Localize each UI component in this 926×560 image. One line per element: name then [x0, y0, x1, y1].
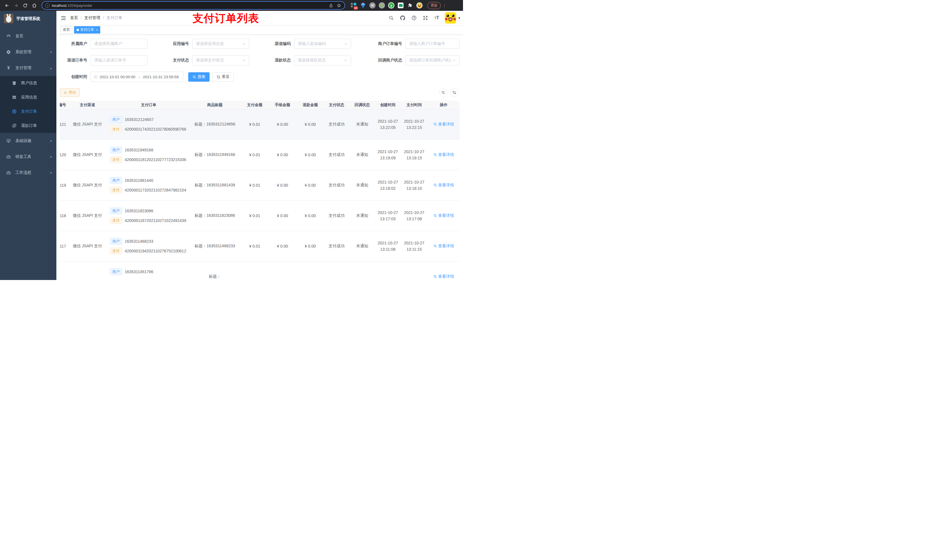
- pay-amount: ¥ 0.01: [241, 213, 268, 218]
- extension-tabs-icon[interactable]: 10: [350, 2, 357, 9]
- create-time: [375, 273, 401, 280]
- view-detail-link[interactable]: 查看详情: [433, 213, 454, 218]
- tab-home[interactable]: 首页: [61, 26, 72, 33]
- app-no-label: 应用编号: [162, 41, 192, 46]
- sidebar-item-app-info[interactable]: 应用信息: [0, 90, 56, 104]
- refund-amount: ¥ 0.00: [297, 244, 324, 248]
- site-info-icon[interactable]: i: [45, 3, 50, 8]
- view-detail-link[interactable]: 查看详情: [433, 152, 454, 157]
- chevron-down-icon: ▾: [50, 50, 52, 54]
- channel-order-no-input[interactable]: 请输入渠道订单号: [91, 55, 147, 65]
- create-time-range-picker[interactable]: 2021-10-01 00:00:00 - 2021-10-31 23:59:5…: [91, 72, 183, 82]
- order-id: 120: [60, 152, 66, 157]
- app-no-select[interactable]: 请选择应用信息: [192, 39, 249, 49]
- tab-pay-order[interactable]: 支付订单 ×: [74, 26, 100, 33]
- sidebar-item-devtools[interactable]: 研发工具 ▾: [0, 149, 56, 165]
- browser-forward-button[interactable]: [12, 2, 20, 9]
- pay-tag: 支付: [110, 217, 122, 224]
- pay-tag: 支付: [110, 187, 122, 193]
- table-row[interactable]: 118 微信 JSAPI 支付 商户 1635311823086 支付 4200…: [60, 201, 460, 231]
- table-row[interactable]: 120 微信 JSAPI 支付 商户 1635311949168 支付 4200…: [60, 140, 460, 170]
- notify-status-select[interactable]: 请选择订单回调商户状态: [406, 55, 460, 65]
- bookmark-star-icon[interactable]: [336, 3, 342, 8]
- merchant-tag: 商户: [110, 207, 122, 214]
- merchant-input[interactable]: 请选择所属商户: [91, 39, 147, 49]
- pay-channel: 微信 JSAPI 支付: [66, 183, 109, 188]
- close-icon[interactable]: ×: [96, 28, 98, 32]
- sidebar-item-system[interactable]: 系统管理 ▾: [0, 44, 56, 60]
- pay-time: 2021-10-2713:11:15: [401, 240, 428, 253]
- sidebar-logo[interactable]: 芋道管理系统: [0, 11, 56, 26]
- profile-emoji-icon[interactable]: [416, 2, 423, 9]
- chevron-down-icon: [344, 42, 347, 45]
- chevron-down-icon: [452, 59, 456, 62]
- show-search-toggle-button[interactable]: [439, 89, 447, 97]
- breadcrumb-home[interactable]: 首页: [70, 15, 78, 21]
- pay-status-select[interactable]: 请选择支付状态: [192, 55, 249, 65]
- browser-reload-button[interactable]: [21, 2, 29, 9]
- fullscreen-icon[interactable]: [420, 11, 431, 25]
- browser-home-button[interactable]: [30, 2, 38, 9]
- share-icon[interactable]: [328, 3, 334, 8]
- toolbox-icon: [5, 154, 12, 159]
- notify-status: 未通知: [350, 244, 375, 249]
- extensions-puzzle-icon[interactable]: [407, 2, 413, 9]
- view-detail-link[interactable]: 查看详情: [433, 244, 454, 249]
- extension-command-icon[interactable]: ⌘: [369, 2, 376, 9]
- table-header: 编号 支付渠道 支付订单 商品标题 支付金额 手续金额 退款金额 支付状态 回调…: [60, 101, 460, 109]
- tags-view-bar: 首页 支付订单 ×: [56, 25, 463, 35]
- github-icon[interactable]: [397, 11, 409, 25]
- chevron-down-icon: ▾: [50, 155, 52, 159]
- extension-gem-icon[interactable]: [360, 2, 366, 9]
- reset-button[interactable]: 重置: [212, 72, 234, 82]
- browser-menu-icon[interactable]: ⋮: [442, 3, 446, 8]
- refund-status-select[interactable]: 请选择退款状态: [294, 55, 351, 65]
- merchant-order-no: 1635311949168: [125, 148, 153, 152]
- sidebar-item-home[interactable]: 首页: [0, 28, 56, 44]
- sidebar-item-merchant-info[interactable]: 商户信息: [0, 76, 56, 90]
- goods-title: 标题：1635311823086: [189, 213, 241, 218]
- view-detail-link[interactable]: 查看详情: [433, 274, 454, 279]
- sidebar-item-refund-order[interactable]: 退款订单: [0, 119, 56, 133]
- extension-chat-icon[interactable]: [397, 2, 404, 9]
- merchant-order-no: 1635312124657: [125, 117, 153, 122]
- sidebar-item-pay[interactable]: ¥ 支付管理 ▴: [0, 60, 56, 76]
- help-icon[interactable]: [409, 11, 420, 25]
- sidebar-item-infra[interactable]: 基础设施 ▾: [0, 133, 56, 149]
- chevron-down-icon: [242, 42, 245, 45]
- merchant-order-no-input[interactable]: 请输入商户订单编号: [406, 39, 460, 49]
- avatar-caret-icon[interactable]: ▾: [458, 16, 460, 20]
- browser-back-button[interactable]: [3, 2, 11, 9]
- sidebar-item-workflow[interactable]: 工作流程 ▾: [0, 165, 56, 181]
- fee-amount: ¥ 0.00: [268, 213, 297, 218]
- refresh-table-button[interactable]: [450, 89, 458, 97]
- pay-submenu: 商户信息 应用信息 支付订单 退款订单: [0, 76, 56, 133]
- refund-status-label: 退款状态: [263, 58, 294, 63]
- channel-order-no-label: 渠道订单号: [60, 58, 91, 63]
- font-size-icon[interactable]: TT: [431, 11, 442, 25]
- channel-code-label: 渠道编码: [263, 41, 294, 46]
- search-button[interactable]: 搜索: [188, 72, 210, 82]
- table-row[interactable]: 117 微信 JSAPI 支付 商户 1635311468233 支付 4200…: [60, 231, 460, 261]
- extension-dot-icon[interactable]: [378, 2, 385, 9]
- dashboard-icon: [5, 34, 12, 38]
- extension-y-icon[interactable]: y: [388, 2, 395, 9]
- sidebar-toggle-icon[interactable]: [56, 11, 70, 25]
- chevron-down-icon: ▾: [50, 171, 52, 175]
- view-detail-link[interactable]: 查看详情: [433, 122, 454, 127]
- address-bar[interactable]: i localhost:1024/pay/order: [42, 1, 345, 10]
- export-button[interactable]: 导出: [60, 88, 80, 97]
- browser-update-button[interactable]: 更新: [427, 2, 441, 9]
- table-row[interactable]: 119 微信 JSAPI 支付 商户 1635311881440 支付 4200…: [60, 170, 460, 201]
- table-row[interactable]: 121 微信 JSAPI 支付 商户 1635312124657 支付 4200…: [60, 109, 460, 140]
- sidebar: 芋道管理系统 首页 系统管理 ▾ ¥ 支付管理 ▴ 商户信息: [0, 11, 56, 280]
- table-row[interactable]: 商户 1635311451786 支付 标题： 查看详情: [60, 261, 460, 280]
- header-search-icon[interactable]: [386, 11, 397, 25]
- sidebar-item-pay-order[interactable]: 支付订单: [0, 104, 56, 119]
- user-avatar[interactable]: [445, 12, 456, 24]
- merchant-order-no: 1635311823086: [125, 208, 153, 213]
- breadcrumb-pay[interactable]: 支付管理: [84, 15, 100, 21]
- channel-code-select[interactable]: 请输入渠道编码: [294, 39, 351, 49]
- view-detail-link[interactable]: 查看详情: [433, 183, 454, 188]
- goods-title: 标题：1635311881439: [189, 183, 241, 188]
